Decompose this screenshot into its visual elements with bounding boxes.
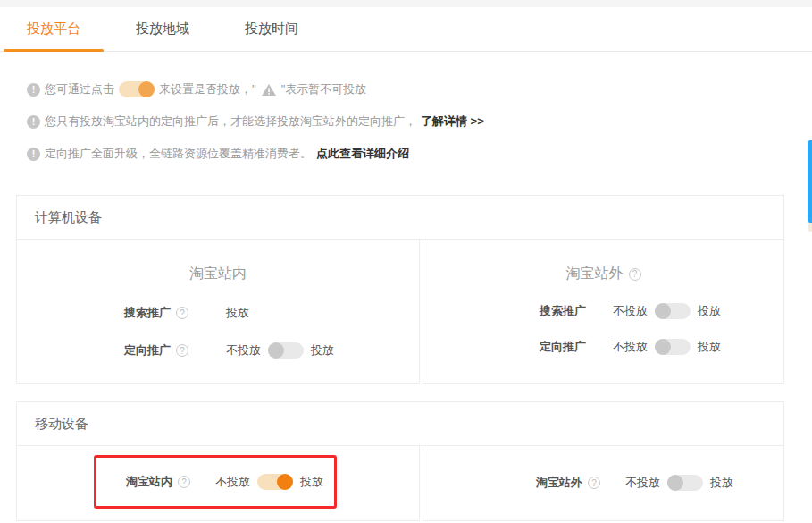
section-title: 移动设备 bbox=[35, 416, 88, 433]
help-icon[interactable]: ? bbox=[178, 476, 190, 488]
notice-text: 您可通过点击 bbox=[45, 81, 114, 97]
toggle-knob bbox=[138, 81, 155, 97]
toggle-knob bbox=[655, 303, 671, 319]
toggle-knob bbox=[667, 475, 683, 491]
help-icon[interactable]: ? bbox=[176, 307, 188, 319]
side-float-button-clipped[interactable] bbox=[808, 140, 812, 223]
help-icon[interactable]: ? bbox=[176, 344, 188, 357]
mobile-offsite-toggle[interactable] bbox=[667, 475, 703, 491]
computer-devices-panel: 计算机设备 淘宝站内 搜索推广 ? 投放 定向推广 ? 不投放 投放 淘宝站外 … bbox=[16, 195, 784, 384]
row-label: 定向推广 bbox=[124, 342, 171, 359]
tab-bar: 投放平台 投放地域 投放时间 bbox=[0, 7, 812, 52]
toggle-off-label: 不投放 bbox=[215, 474, 250, 490]
row-label: 搜索推广 bbox=[540, 303, 586, 319]
notice-text: "表示暂不可投放 bbox=[281, 81, 367, 97]
mobile-offsite-cell: 淘宝站外 ? 不投放 投放 bbox=[423, 445, 784, 521]
row-label: 淘宝站外 bbox=[536, 475, 582, 491]
notice-toggle-hint: ! 您可通过点击 来设置是否投放，" "表示暂不可投放 bbox=[27, 79, 812, 100]
targeting-promo-row: 定向推广 ? 不投放 投放 bbox=[124, 342, 419, 359]
detail-intro-link[interactable]: 点此查看详细介绍 bbox=[316, 146, 409, 162]
toggle-knob bbox=[655, 339, 671, 355]
notice-text: 来设置是否投放，" bbox=[159, 81, 256, 97]
toggle-off-label: 不投放 bbox=[625, 475, 660, 491]
notice-text: 定向推广全面升级，全链路资源位覆盖精准消费者。 bbox=[45, 146, 312, 162]
row-label: 定向推广 bbox=[540, 339, 586, 355]
tab-placement-region[interactable]: 投放地域 bbox=[116, 7, 209, 51]
computer-devices-header: 计算机设备 bbox=[16, 195, 784, 240]
mobile-devices-body: 淘宝站内 ? 不投放 投放 淘宝站外 ? 不投放 投放 bbox=[16, 445, 784, 521]
top-gray-strip bbox=[0, 0, 812, 7]
toggle-knob bbox=[268, 342, 284, 359]
warning-triangle-icon bbox=[261, 83, 277, 97]
computer-onsite-cell: 淘宝站内 搜索推广 ? 投放 定向推广 ? 不投放 投放 bbox=[16, 239, 420, 384]
notice-list: ! 您可通过点击 来设置是否投放，" "表示暂不可投放 ! 您只有投放淘宝站内的… bbox=[0, 52, 812, 164]
info-icon: ! bbox=[27, 83, 40, 97]
toggle-on-label: 投放 bbox=[311, 342, 334, 359]
mobile-onsite-row: 淘宝站内 ? 不投放 投放 bbox=[126, 474, 331, 490]
mobile-devices-panel: 移动设备 淘宝站内 ? 不投放 投放 淘宝站外 ? 不投放 投放 bbox=[16, 401, 784, 521]
toggle-off-label: 不投放 bbox=[613, 339, 648, 355]
mobile-onsite-toggle[interactable] bbox=[257, 474, 293, 490]
search-offsite-toggle[interactable] bbox=[655, 303, 691, 319]
toggle-on-label: 投放 bbox=[710, 475, 733, 491]
targeting-onsite-toggle[interactable] bbox=[268, 342, 304, 359]
offsite-title: 淘宝站外 ? bbox=[423, 240, 783, 283]
section-title: 计算机设备 bbox=[35, 209, 102, 226]
info-icon: ! bbox=[27, 115, 40, 129]
notice-text: 您只有投放淘宝站内的定向推广后，才能选择投放淘宝站外的定向推广， bbox=[45, 114, 416, 130]
targeting-offsite-toggle[interactable] bbox=[655, 339, 691, 355]
toggle-on-label: 投放 bbox=[698, 303, 721, 319]
computer-devices-body: 淘宝站内 搜索推广 ? 投放 定向推广 ? 不投放 投放 淘宝站外 ? 搜索推广 bbox=[16, 239, 784, 384]
offsite-title-text: 淘宝站外 bbox=[566, 265, 624, 283]
tab-placement-time[interactable]: 投放时间 bbox=[225, 7, 318, 51]
toggle-off-label: 不投放 bbox=[613, 303, 648, 319]
mobile-onsite-cell: 淘宝站内 ? 不投放 投放 bbox=[16, 445, 420, 521]
mobile-offsite-row: 淘宝站外 ? 不投放 投放 bbox=[536, 475, 783, 491]
learn-more-link[interactable]: 了解详情 >> bbox=[421, 114, 484, 130]
tab-placement-platform[interactable]: 投放平台 bbox=[7, 7, 100, 51]
row-value: 投放 bbox=[226, 305, 249, 321]
help-icon[interactable]: ? bbox=[629, 268, 641, 281]
toggle-on-label: 投放 bbox=[300, 474, 323, 490]
red-highlight-box: 淘宝站内 ? 不投放 投放 bbox=[94, 455, 337, 509]
help-icon[interactable]: ? bbox=[588, 477, 600, 489]
toggle-knob bbox=[277, 474, 293, 490]
row-label: 搜索推广 bbox=[124, 305, 171, 321]
notice-targeting-upgrade: ! 定向推广全面升级，全链路资源位覆盖精准消费者。 点此查看详细介绍 bbox=[27, 143, 812, 164]
onsite-title-text: 淘宝站内 bbox=[189, 265, 247, 283]
computer-offsite-cell: 淘宝站外 ? 搜索推广 不投放 投放 定向推广 不投放 投放 bbox=[423, 239, 784, 384]
search-promo-row: 搜索推广 不投放 投放 bbox=[540, 303, 783, 319]
search-promo-row: 搜索推广 ? 投放 bbox=[124, 305, 419, 321]
row-label: 淘宝站内 bbox=[126, 474, 172, 490]
info-icon: ! bbox=[27, 148, 40, 161]
toggle-on-label: 投放 bbox=[698, 339, 721, 355]
onsite-title: 淘宝站内 bbox=[17, 240, 419, 283]
toggle-off-label: 不投放 bbox=[226, 342, 261, 359]
example-toggle bbox=[119, 81, 155, 97]
side-float-accent-clipped bbox=[808, 223, 812, 232]
targeting-promo-row: 定向推广 不投放 投放 bbox=[540, 339, 783, 355]
mobile-devices-header: 移动设备 bbox=[16, 401, 784, 446]
notice-offsite-requirement: ! 您只有投放淘宝站内的定向推广后，才能选择投放淘宝站外的定向推广， 了解详情 … bbox=[27, 111, 812, 132]
